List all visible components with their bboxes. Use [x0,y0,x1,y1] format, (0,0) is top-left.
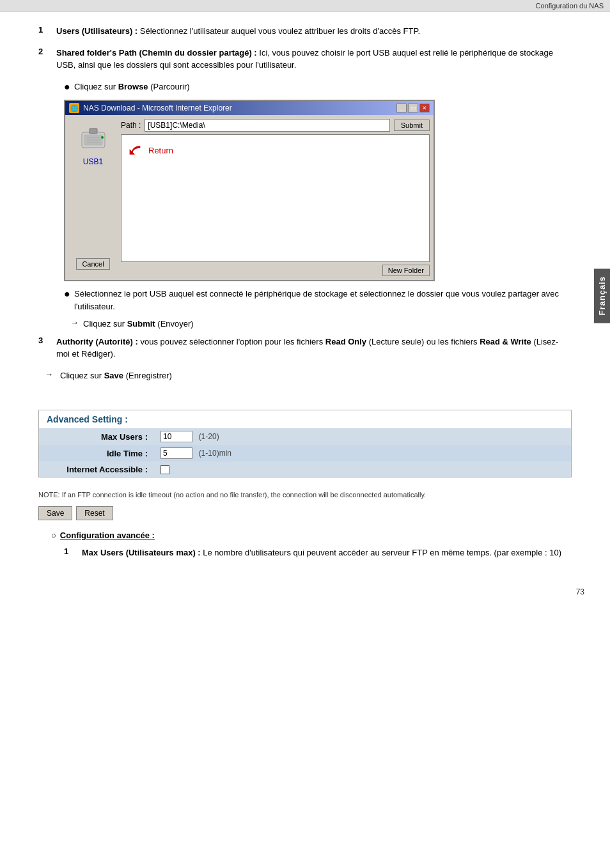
bullet-browse-rest: (Parcourir) [148,82,190,91]
config-item1-text: Max Users (Utilisateurs max) : Le nombre… [82,546,572,559]
new-folder-container: New Folder [121,265,430,276]
bullet-browse-pre: Cliquez sur [74,82,118,91]
dialog-box: 🌐 NAS Download - Microsoft Internet Expl… [64,100,435,281]
arrow1-pre: Cliquez sur [83,319,127,329]
dialog-title-icon: 🌐 [69,103,79,113]
internet-accessible-checkbox[interactable] [160,465,169,474]
item1-bold: Users (Utilisateurs) : [56,26,137,36]
dialog-file-area: Return [121,134,430,262]
side-tab: Français [594,268,610,323]
item3-read-only-rest: (Lecture seule) ou les fichiers [366,337,480,346]
bullet-dot-2: ● [64,288,74,301]
minimize-button[interactable]: _ [396,104,407,112]
internet-accessible-value-cell [154,461,571,477]
item2-bold: Shared folder's Path (Chemin du dossier … [56,48,257,58]
item1-normal: Sélectionnez l'utilisateur auquel vous v… [137,26,420,36]
item3-text: Authority (Autorité) : vous pouvez sélec… [56,336,572,360]
arrow-save: → Cliquez sur Save (Enregistrer) [45,369,572,382]
usb-label: USB1 [83,157,103,166]
dialog-controls[interactable]: _ ▭ ✕ [396,104,430,112]
dialog-left-col: USB1 Cancel [69,119,117,276]
note-text: NOTE: If an FTP connection is idle timeo… [38,490,572,500]
max-users-range: (1-20) [199,432,219,441]
idle-time-label: Idle Time : [39,445,154,461]
dialog-path-row: Path : Submit [121,119,430,132]
dialog-right-panel: Path : Submit Return [121,119,430,276]
max-users-input[interactable] [160,431,192,442]
arrow-sym-2: → [45,369,58,379]
item3-normal: vous pouvez sélectionner l'option pour l… [138,337,325,346]
action-buttons: Save Reset [38,506,572,520]
top-bar: Configuration du NAS [0,0,610,12]
advanced-section: Advanced Setting : Max Users : (1-20) Id… [38,410,572,477]
dialog-title-left: 🌐 NAS Download - Microsoft Internet Expl… [69,103,232,113]
idle-time-range: (1-10)min [199,449,231,458]
svg-rect-2 [90,128,97,134]
max-users-value-cell: (1-20) [154,428,571,445]
arrow1-bold: Submit [127,319,155,329]
circle-icon: ○ [51,531,56,540]
config-item1-normal: Le nombre d'utilisateurs qui peuvent acc… [201,548,561,557]
item3-read-only: Read Only [325,337,366,346]
max-users-label: Max Users : [39,428,154,445]
item3-number: 3 [38,336,51,345]
arrow2-bold: Save [104,371,123,380]
config-item1-number: 1 [64,546,77,556]
max-users-row: Max Users : (1-20) [39,428,571,445]
close-button[interactable]: ✕ [419,104,430,112]
item2-text: Shared folder's Path (Chemin du dossier … [56,47,572,72]
usb-icon [77,123,109,155]
path-label: Path : [121,121,141,130]
list-item-1: 1 Users (Utilisateurs) : Sélectionnez l'… [38,25,572,38]
dialog-left-top: USB1 [77,123,109,166]
item3-rw: Read & Write [480,337,531,346]
new-folder-button[interactable]: New Folder [382,265,430,276]
path-input[interactable] [145,119,389,132]
item1-number: 1 [38,25,51,35]
svg-point-3 [101,136,104,139]
cancel-button[interactable]: Cancel [76,258,109,270]
bullet-browse-text: Cliquez sur Browse (Parcourir) [74,81,190,93]
top-bar-label: Configuration du NAS [536,2,604,10]
return-item[interactable]: Return [125,143,425,158]
return-label: Return [148,146,173,155]
main-content: 1 Users (Utilisateurs) : Sélectionnez l'… [0,12,610,581]
bullet-browse: ● Cliquez sur Browse (Parcourir) [64,81,572,94]
item2-number: 2 [38,47,51,56]
dialog-title-text: NAS Download - Microsoft Internet Explor… [83,104,232,112]
internet-accessible-row: Internet Accessible : [39,461,571,477]
dialog-left-bottom: Cancel [76,258,109,270]
bullet-dot-1: ● [64,81,74,94]
page-number: 73 [0,581,610,603]
arrow2-rest: (Enregistrer) [123,371,172,380]
arrow-submit-text: Cliquez sur Submit (Envoyer) [83,318,194,330]
restore-button[interactable]: ▭ [408,104,418,112]
config-item1-bold: Max Users (Utilisateurs max) : [82,548,201,557]
file-area-spacer [125,162,425,258]
bullet-usb-text: Sélectionnez le port USB auquel est conn… [74,288,572,313]
idle-time-value-cell: (1-10)min [154,445,571,461]
arrow1-rest: (Envoyer) [155,319,194,329]
dialog-body: USB1 Cancel Path : Submit [65,115,434,280]
advanced-heading: Advanced Setting : [39,410,571,428]
arrow2-pre: Cliquez sur [60,371,104,380]
item1-text: Users (Utilisateurs) : Sélectionnez l'ut… [56,25,572,38]
config-heading-link[interactable]: Configuration avancée : [60,531,155,540]
idle-time-input[interactable] [160,447,192,459]
idle-time-row: Idle Time : (1-10)min [39,445,571,461]
config-heading: ○ Configuration avancée : [51,531,572,540]
list-item-3: 3 Authority (Autorité) : vous pouvez sél… [38,336,572,360]
arrow-save-text: Cliquez sur Save (Enregistrer) [60,369,172,382]
save-button[interactable]: Save [38,506,72,520]
submit-button[interactable]: Submit [394,120,430,131]
bullet-browse-bold: Browse [118,82,148,91]
item3-bold: Authority (Autorité) : [56,337,138,346]
arrow-sym-1: → [70,318,83,327]
list-item-2: 2 Shared folder's Path (Chemin du dossie… [38,47,572,72]
config-item-1: 1 Max Users (Utilisateurs max) : Le nomb… [64,546,572,559]
bullet-usb: ● Sélectionnez le port USB auquel est co… [64,288,572,313]
dialog-titlebar: 🌐 NAS Download - Microsoft Internet Expl… [65,101,434,115]
arrow-submit: → Cliquez sur Submit (Envoyer) [70,318,572,330]
advanced-table: Max Users : (1-20) Idle Time : (1-10)min… [39,428,571,477]
reset-button[interactable]: Reset [76,506,113,520]
